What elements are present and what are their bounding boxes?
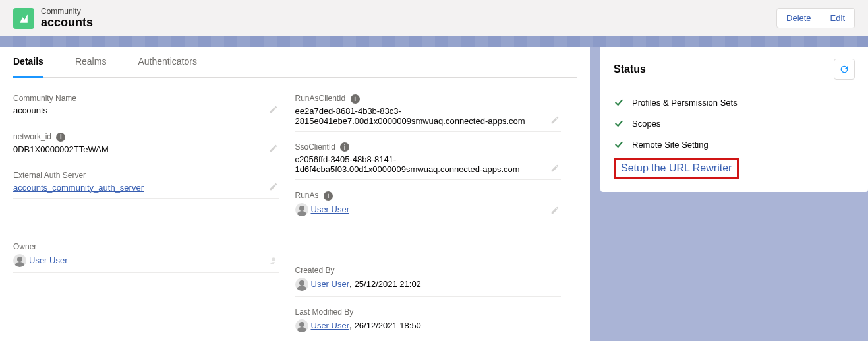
field-owner: Owner User User bbox=[13, 238, 279, 273]
field-value: 0DB1X0000002TTeWAM bbox=[13, 144, 279, 154]
header-titles: Community accounts bbox=[41, 7, 93, 30]
field-value: ee2a7ded-8681-4b3b-83c3-2815e041ebe7.00d… bbox=[295, 106, 562, 126]
edit-pencil-icon[interactable] bbox=[550, 115, 560, 125]
field-label: External Auth Server bbox=[13, 171, 279, 180]
delete-button[interactable]: Delete bbox=[776, 8, 821, 28]
details-fields: Community Name accounts network_id i 0DB… bbox=[13, 90, 577, 341]
refresh-button[interactable] bbox=[834, 59, 855, 80]
field-value: User User bbox=[295, 203, 562, 216]
label-text: SsoClientId bbox=[295, 142, 335, 152]
header-actions: Delete Edit bbox=[776, 8, 855, 28]
main-panel: Details Realms Authenticators Community … bbox=[0, 47, 590, 341]
tab-details[interactable]: Details bbox=[13, 47, 43, 78]
setup-url-rewriter-link[interactable]: Setup the URL Rewriter bbox=[621, 162, 732, 173]
field-value: accounts bbox=[13, 106, 279, 115]
right-column: RunAsClientId i ee2a7ded-8681-4b3b-83c3-… bbox=[295, 90, 577, 341]
info-icon[interactable]: i bbox=[351, 94, 360, 104]
field-label: Last Modified By bbox=[295, 307, 562, 317]
separator: , bbox=[349, 279, 352, 289]
header-category: Community bbox=[41, 7, 93, 16]
left-column: Community Name accounts network_id i 0DB… bbox=[13, 90, 295, 341]
header-left: Community accounts bbox=[13, 7, 93, 30]
field-label: Community Name bbox=[13, 94, 279, 103]
owner-link[interactable]: User User bbox=[29, 255, 68, 265]
page-header: Community accounts Delete Edit bbox=[0, 0, 868, 36]
field-community-name: Community Name accounts bbox=[13, 90, 279, 121]
field-label: RunAsClientId i bbox=[295, 94, 562, 104]
avatar-icon bbox=[295, 319, 308, 332]
check-icon bbox=[614, 118, 624, 129]
avatar-icon bbox=[13, 254, 26, 267]
edit-pencil-icon[interactable] bbox=[269, 182, 278, 191]
status-item-label: Scopes bbox=[632, 119, 660, 129]
check-icon bbox=[614, 97, 624, 108]
edit-pencil-icon[interactable] bbox=[550, 206, 560, 215]
change-owner-icon[interactable] bbox=[269, 257, 278, 266]
refresh-icon bbox=[839, 64, 850, 75]
runas-user-link[interactable]: User User bbox=[311, 204, 350, 214]
check-icon bbox=[614, 139, 624, 150]
status-list: Profiles & Persmission Sets Scopes Remot… bbox=[614, 92, 855, 179]
status-panel: Status Profiles & Persmission Sets Scope… bbox=[600, 47, 868, 192]
field-value: User User, 25/12/2021 21:02 bbox=[295, 278, 562, 291]
status-item: Remote Site Setting bbox=[614, 134, 855, 155]
status-header: Status bbox=[614, 59, 855, 80]
tabs: Details Realms Authenticators bbox=[13, 47, 577, 78]
label-text: network_id bbox=[13, 132, 51, 141]
tab-authenticators[interactable]: Authenticators bbox=[138, 47, 197, 77]
modified-timestamp: 26/12/2021 18:50 bbox=[355, 321, 421, 330]
separator: , bbox=[349, 321, 352, 330]
decorative-band bbox=[0, 36, 868, 47]
edit-pencil-icon[interactable] bbox=[550, 164, 560, 173]
avatar-icon bbox=[295, 278, 308, 291]
field-value: User User bbox=[13, 254, 279, 267]
external-auth-link[interactable]: accounts_community_auth_server bbox=[13, 183, 144, 193]
field-runas-client-id: RunAsClientId i ee2a7ded-8681-4b3b-83c3-… bbox=[295, 90, 562, 132]
modified-by-user-link[interactable]: User User bbox=[311, 321, 350, 330]
edit-button[interactable]: Edit bbox=[821, 8, 855, 28]
field-sso-client-id: SsoClientId i c2056ffd-3405-48b8-8141-1d… bbox=[295, 139, 562, 181]
field-last-modified-by: Last Modified By User User, 26/12/2021 1… bbox=[295, 303, 562, 338]
field-label: network_id i bbox=[13, 132, 279, 142]
label-text: RunAs bbox=[295, 191, 319, 200]
edit-pencil-icon[interactable] bbox=[269, 144, 278, 153]
created-by-user-link[interactable]: User User bbox=[311, 279, 350, 289]
field-label: RunAs i bbox=[295, 191, 562, 201]
status-item-label: Profiles & Persmission Sets bbox=[632, 98, 738, 108]
status-item: Profiles & Persmission Sets bbox=[614, 92, 855, 113]
field-external-auth-server: External Auth Server accounts_community_… bbox=[13, 167, 279, 199]
field-created-by: Created By User User, 25/12/2021 21:02 bbox=[295, 262, 562, 297]
avatar-icon bbox=[295, 203, 308, 216]
community-app-icon bbox=[13, 8, 34, 29]
edit-pencil-icon[interactable] bbox=[269, 105, 278, 114]
field-value: c2056ffd-3405-48b8-8141-1d6f4cba5f03.00d… bbox=[295, 154, 562, 174]
info-icon[interactable]: i bbox=[340, 142, 349, 152]
status-item-label: Remote Site Setting bbox=[632, 140, 709, 150]
page-title: accounts bbox=[41, 16, 93, 30]
field-value: User User, 26/12/2021 18:50 bbox=[295, 319, 562, 332]
highlighted-action: Setup the URL Rewriter bbox=[614, 158, 739, 179]
field-label: SsoClientId i bbox=[295, 142, 562, 152]
field-runas: RunAs i User User bbox=[295, 187, 562, 222]
label-text: RunAsClientId bbox=[295, 94, 346, 103]
field-value: accounts_community_auth_server bbox=[13, 183, 279, 193]
field-network-id: network_id i 0DB1X0000002TTeWAM bbox=[13, 128, 279, 160]
info-icon[interactable]: i bbox=[324, 191, 333, 201]
created-timestamp: 25/12/2021 21:02 bbox=[355, 279, 421, 289]
field-label: Created By bbox=[295, 266, 562, 275]
status-title: Status bbox=[614, 63, 646, 75]
tab-realms[interactable]: Realms bbox=[75, 47, 106, 77]
status-item: Scopes bbox=[614, 113, 855, 134]
field-label: Owner bbox=[13, 242, 279, 251]
info-icon[interactable]: i bbox=[56, 133, 65, 142]
